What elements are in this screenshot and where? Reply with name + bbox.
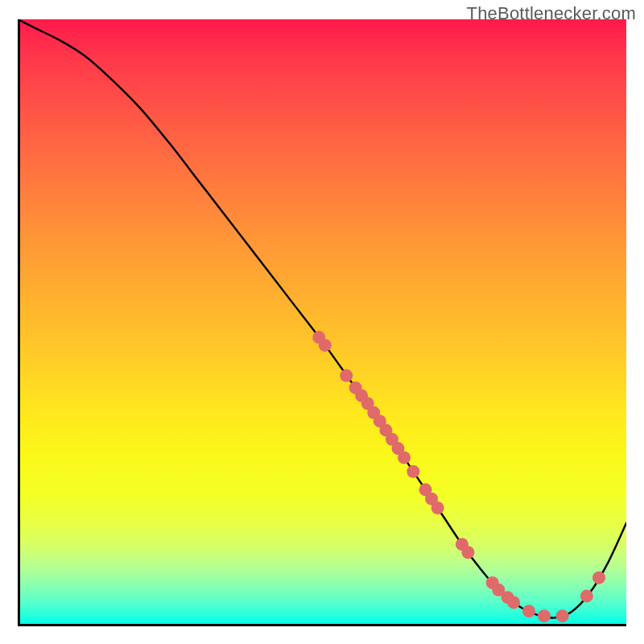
data-marker bbox=[319, 339, 332, 352]
chart-container: TheBottlenecker.com bbox=[0, 0, 644, 644]
data-marker bbox=[398, 451, 411, 464]
data-marker bbox=[538, 609, 551, 622]
plot-area bbox=[18, 19, 626, 626]
data-marker bbox=[340, 369, 353, 382]
data-marker bbox=[522, 605, 535, 617]
marker-layer bbox=[312, 331, 605, 622]
data-marker bbox=[407, 465, 419, 478]
chart-svg bbox=[18, 19, 626, 626]
data-marker bbox=[461, 546, 474, 559]
data-marker bbox=[556, 609, 569, 622]
watermark-label: TheBottlenecker.com bbox=[467, 3, 636, 24]
data-marker bbox=[580, 589, 593, 602]
data-marker bbox=[431, 502, 444, 514]
data-marker bbox=[592, 572, 605, 584]
bottleneck-curve-path bbox=[18, 19, 626, 618]
data-marker bbox=[507, 596, 520, 609]
